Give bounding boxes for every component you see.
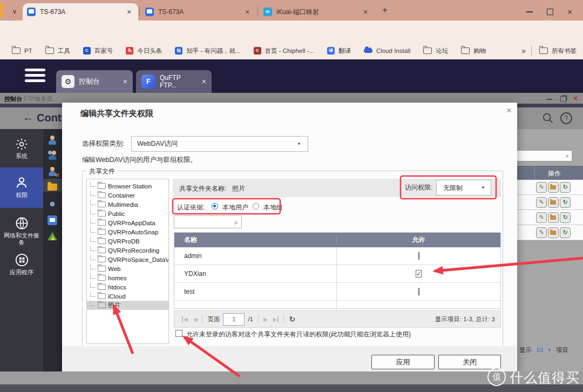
tree-connector xyxy=(90,191,96,196)
bookmark-item[interactable]: 购物 xyxy=(461,47,486,55)
folder-tree-item[interactable]: QVRProDB xyxy=(87,236,168,246)
apply-button[interactable]: 应用 xyxy=(371,355,435,369)
user-groups-icon[interactable] xyxy=(48,151,57,160)
folder-tree-item[interactable]: QVRProSpace_DataVol1 xyxy=(87,255,168,264)
bookmark-item[interactable]: C首页 - Chiphell -... xyxy=(254,47,314,55)
sidebar-item-privilege[interactable]: 权限 xyxy=(0,167,43,208)
refresh-button[interactable]: ↻ xyxy=(560,227,571,238)
edit-permissions-button[interactable] xyxy=(548,197,559,208)
tab-close-icon[interactable]: × xyxy=(361,8,370,16)
browser-tab[interactable]: TS-673A× xyxy=(141,3,256,21)
help-icon[interactable]: ? xyxy=(560,112,572,124)
search-icon[interactable] xyxy=(542,112,554,124)
domain-controller-icon[interactable] xyxy=(48,231,57,241)
folder-tree-item[interactable]: QVRProAppData xyxy=(87,218,168,227)
edit-button[interactable]: ✎ xyxy=(536,182,547,193)
sidebar-item-system[interactable]: 系统 xyxy=(0,132,43,164)
folder-tree-item[interactable]: 照片 xyxy=(87,301,168,310)
maximize-icon[interactable] xyxy=(547,9,553,15)
bookmark-item[interactable]: C百家号 xyxy=(83,47,113,55)
last-page-icon[interactable]: ▶ xyxy=(273,316,279,322)
edit-button[interactable]: ✎ xyxy=(536,227,547,238)
permission-type-select[interactable]: WebDAV访问 ▼ xyxy=(131,136,308,152)
refresh-button[interactable]: ↻ xyxy=(560,212,571,223)
new-tab-button[interactable]: + xyxy=(378,4,392,18)
bookmark-item[interactable]: Cloud Install xyxy=(364,48,410,54)
qnap-tab-quftp[interactable]: F QuFTP FTP... × xyxy=(136,70,212,93)
folder-tree-item[interactable]: QVRProAutoSnap xyxy=(87,227,168,236)
bookmark-item[interactable]: 译翻译 xyxy=(327,47,351,55)
close-icon[interactable]: × xyxy=(202,77,206,86)
background-search-input[interactable]: ⌕ xyxy=(516,150,572,161)
sidebar-item-label: 网络和文件服务 xyxy=(0,232,43,246)
folder-tree-item[interactable]: Multimedia xyxy=(87,200,168,209)
local-user-radio[interactable] xyxy=(212,203,218,209)
tab-close-icon[interactable]: × xyxy=(124,8,134,16)
close-button[interactable]: 关闭 xyxy=(438,355,501,369)
shared-folders-icon[interactable] xyxy=(48,182,57,192)
sidebar-item-applications[interactable]: 应用程序 xyxy=(0,248,43,281)
main-menu-icon[interactable] xyxy=(25,69,45,85)
allow-checkbox-checked[interactable]: ✓ xyxy=(416,270,422,278)
tab-search-chevron-icon[interactable]: ∨ xyxy=(8,4,22,18)
refresh-icon[interactable]: ↻ xyxy=(289,315,295,323)
pagination-summary: 显示项目: 1-3, 总计: 3 xyxy=(435,315,495,323)
bookmark-item[interactable]: PT xyxy=(12,48,32,54)
close-icon[interactable]: × xyxy=(123,77,127,86)
folder-name: 照片 xyxy=(108,301,120,309)
previous-page-icon[interactable]: ◀ xyxy=(193,316,198,322)
dialog-close-icon[interactable]: × xyxy=(506,105,512,116)
taskbar-active-app[interactable]: 控制台 xyxy=(4,95,22,103)
user-search-input[interactable]: ⌕ xyxy=(174,215,242,228)
folder-tree-item[interactable]: htdocs xyxy=(87,282,168,292)
edit-permissions-button[interactable] xyxy=(548,227,559,238)
refresh-button[interactable]: ↻ xyxy=(560,197,571,208)
bookmark-item[interactable]: 知知乎 - 有问题，就... xyxy=(175,47,240,55)
page-size-caret-icon[interactable]: ▼ xyxy=(547,348,552,353)
page-number-input[interactable]: 1 xyxy=(223,313,245,326)
all-bookmarks[interactable]: 所有书签 xyxy=(539,47,577,55)
window-minimize-icon[interactable] xyxy=(546,99,552,100)
domain-security-icon[interactable] xyxy=(48,215,57,225)
taskbar-inactive-app[interactable]: FTP服务器 xyxy=(24,95,53,103)
window-close-icon[interactable]: × xyxy=(573,94,578,103)
access-permission-select[interactable]: 无限制 ▼ xyxy=(436,180,491,195)
folder-tree-item[interactable]: Web xyxy=(87,264,168,273)
folder-tree-item[interactable]: QVRProRecording xyxy=(87,246,168,255)
tab-close-icon[interactable]: × xyxy=(242,8,252,16)
allow-checkbox[interactable] xyxy=(418,288,419,295)
refresh-button[interactable]: ↻ xyxy=(560,182,571,193)
window-restore-icon[interactable] xyxy=(560,96,566,102)
folder-icon xyxy=(98,284,106,290)
bookmark-item[interactable]: 头今日头条 xyxy=(126,47,162,55)
allow-checkbox[interactable] xyxy=(418,252,419,260)
folder-tree-item[interactable]: Browser Station xyxy=(87,181,168,191)
edit-button[interactable]: ✎ xyxy=(536,197,547,208)
users-icon[interactable] xyxy=(48,136,57,145)
qnap-tab-control-panel[interactable]: ⚙ 控制台 × xyxy=(56,70,133,93)
delegated-admin-icon[interactable]: ≪ xyxy=(48,167,57,177)
local-group-radio[interactable] xyxy=(253,203,259,209)
edit-permissions-button[interactable] xyxy=(548,182,559,193)
back-arrow-icon[interactable]: ← xyxy=(23,111,33,124)
bookmarks-divider xyxy=(531,45,532,56)
edit-permissions-button[interactable] xyxy=(548,212,559,223)
folder-tree-item[interactable]: Public xyxy=(87,209,168,218)
page-size-value[interactable]: 10 xyxy=(536,347,543,353)
sidebar-item-network[interactable]: 网络和文件服务 xyxy=(0,212,43,246)
folder-icon xyxy=(461,48,470,54)
bookmark-item[interactable]: 工具 xyxy=(45,47,70,55)
folder-tree-item[interactable]: Container xyxy=(87,191,168,200)
browser-tab[interactable]: TS-673A× xyxy=(23,3,138,21)
folder-tree-item[interactable]: homes xyxy=(87,273,168,282)
bookmarks-overflow-chevron[interactable]: » xyxy=(521,46,526,55)
close-icon[interactable]: × xyxy=(567,9,572,15)
minimize-icon[interactable] xyxy=(526,11,533,12)
bookmark-item[interactable]: 论坛 xyxy=(423,47,448,55)
guest-access-checkbox[interactable] xyxy=(175,330,182,337)
edit-button[interactable]: ✎ xyxy=(536,212,547,223)
next-page-icon[interactable]: ▶ xyxy=(263,316,268,322)
folder-tree-item[interactable]: iCloud xyxy=(87,292,168,301)
first-page-icon[interactable]: ◀ xyxy=(182,316,188,322)
browser-tab[interactable]: iKiKuai-端口映射× xyxy=(259,3,375,21)
